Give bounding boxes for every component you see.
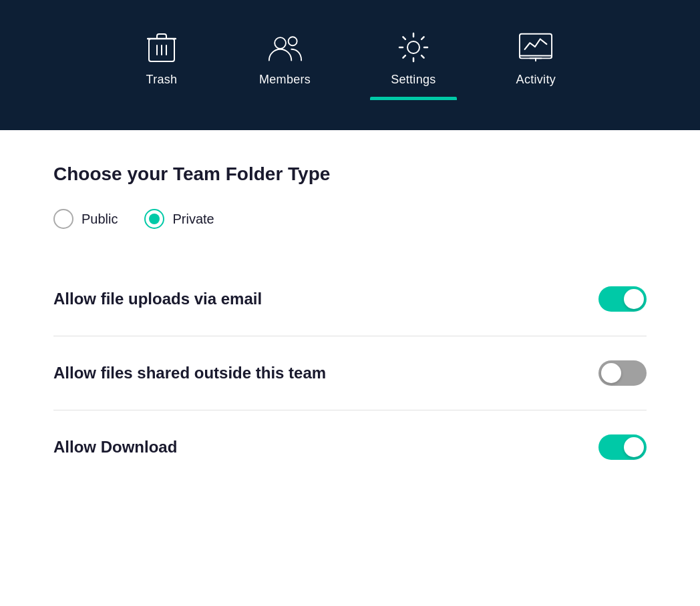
radio-public[interactable]: Public xyxy=(53,209,118,229)
tab-activity-label: Activity xyxy=(516,73,556,87)
toggle-row-email-uploads: Allow file uploads via email xyxy=(53,262,647,336)
toggle-shared-outside[interactable] xyxy=(598,360,647,386)
settings-icon xyxy=(396,30,431,65)
svg-point-5 xyxy=(275,37,286,49)
tab-trash[interactable]: Trash xyxy=(144,30,179,100)
folder-type-radio-group: Public Private xyxy=(53,209,647,229)
tab-settings[interactable]: Settings xyxy=(391,30,435,100)
toggle-allow-download-thumb xyxy=(624,437,644,457)
toggle-allow-download[interactable] xyxy=(598,434,647,460)
tab-activity[interactable]: Activity xyxy=(516,30,556,100)
nav-tabs: Trash Members Settings xyxy=(27,30,673,100)
toggle-row-shared-outside: Allow files shared outside this team xyxy=(53,336,647,410)
radio-private-label: Private xyxy=(172,212,214,227)
tab-settings-label: Settings xyxy=(391,73,435,87)
nav-bar: Trash Members Settings xyxy=(0,0,700,130)
toggle-rows: Allow file uploads via email Allow files… xyxy=(53,262,647,484)
radio-public-indicator xyxy=(53,209,73,229)
toggle-email-uploads-thumb xyxy=(624,289,644,309)
members-icon xyxy=(268,30,303,65)
trash-icon xyxy=(144,30,179,65)
main-content: Choose your Team Folder Type Public Priv… xyxy=(0,130,700,517)
toggle-allow-download-label: Allow Download xyxy=(53,438,177,457)
tab-members-label: Members xyxy=(259,73,311,87)
radio-public-label: Public xyxy=(81,212,118,227)
svg-point-7 xyxy=(407,41,419,53)
toggle-row-allow-download: Allow Download xyxy=(53,410,647,484)
toggle-email-uploads-label: Allow file uploads via email xyxy=(53,290,262,308)
radio-private[interactable]: Private xyxy=(144,209,214,229)
toggle-shared-outside-label: Allow files shared outside this team xyxy=(53,364,326,382)
svg-point-6 xyxy=(288,37,297,45)
section-title: Choose your Team Folder Type xyxy=(53,164,647,185)
toggle-shared-outside-thumb xyxy=(601,363,621,383)
radio-private-indicator xyxy=(144,209,164,229)
activity-icon xyxy=(518,30,553,65)
tab-trash-label: Trash xyxy=(146,73,178,87)
tab-members[interactable]: Members xyxy=(259,30,311,100)
toggle-email-uploads[interactable] xyxy=(598,286,647,312)
radio-private-inner xyxy=(149,214,160,224)
